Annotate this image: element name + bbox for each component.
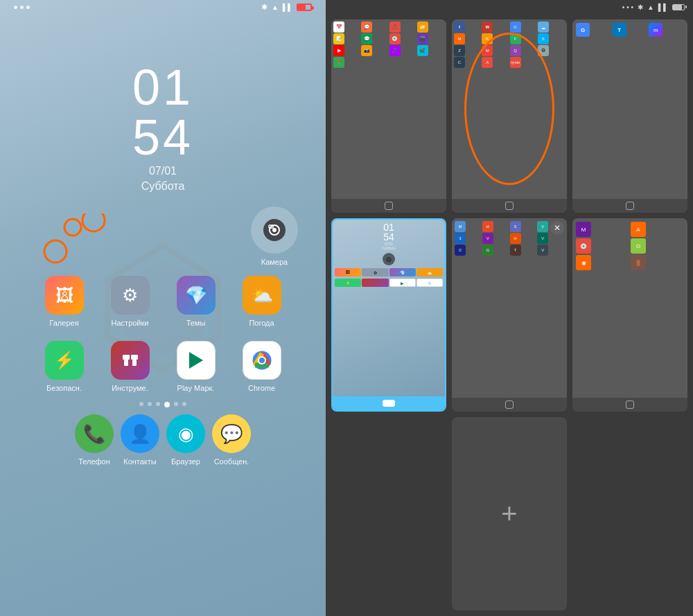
security-app[interactable]: ⚡ Безопасн. [35,341,94,392]
screen-3-footer [572,199,687,213]
svg-marker-13 [189,352,203,369]
status-dots [14,6,30,9]
dot-5 [182,402,186,406]
dot3 [26,6,30,9]
gallery-label: Галерея [49,319,78,327]
home-indicator-5 [505,401,514,409]
settings-icon: ⚙ [111,276,150,315]
screen-4-footer [333,396,445,410]
home-indicator-6 [626,401,634,409]
chrome-app[interactable]: Chrome [232,341,291,392]
orange-circles-decoration [35,213,118,276]
screen-2-footer [452,199,567,213]
screen-thumb-6[interactable]: M A 💿 O ◉ 🚪 [572,218,687,412]
dot1 [14,6,17,9]
dock: 📞 Телефон 👤 Контакты ◉ Браузер 💬 Сообщен… [75,414,251,466]
chrome-icon [243,341,281,380]
svg-rect-12 [132,360,137,366]
messages-app[interactable]: 💬 Сообщен. [212,414,251,466]
dot-1 [148,402,152,406]
settings-app[interactable]: ⚙ Настройки [100,276,159,327]
screen-1-footer [331,199,446,213]
contacts-app[interactable]: 👤 Контакты [121,414,159,466]
svg-rect-10 [124,360,128,366]
weather-icon: ⛅ [243,276,281,315]
thumb-clock-time2: 54 [383,232,394,242]
contacts-label: Контакты [123,457,157,466]
screen-6-footer [572,398,687,412]
right-bluetooth-icon: ✱ [638,3,643,11]
app-grid-row1: 🖼 Галерея ⚙ Настройки 💎 Темы ⛅ Погода [35,276,291,327]
clock-weekday: Суббота [132,180,193,193]
tools-app[interactable]: Инструме. [100,341,159,392]
camera-label: Камера [261,258,288,266]
dot-2 [156,402,160,406]
close-button-5[interactable]: ✕ [550,221,564,235]
gallery-icon: 🖼 [45,276,84,315]
clock-hours: 01 [132,62,193,112]
screen-5-footer [452,398,567,412]
left-panel: ✱ ▲ ▌▌ 01 54 07/01 Суббота [0,0,326,616]
screen-thumb-2[interactable]: f W G ☁ M K F S Z M Q ⚙ C A путии [452,19,567,213]
phone-icon: 📞 [75,414,114,453]
screen-6-content: M A 💿 O ◉ 🚪 [572,218,687,398]
clock-minutes: 54 [132,112,193,162]
right-signal-icon: ▌▌ [658,3,668,11]
clock-date: 07/01 [132,165,193,177]
browser-label: Браузер [171,457,200,466]
decoration-area: Камера [14,206,312,276]
page-dots [139,402,186,407]
camera-icon [251,206,298,254]
dot-3-active [164,402,170,407]
svg-rect-11 [131,355,138,360]
home-indicator-4 [383,400,395,407]
svg-point-3 [82,213,105,231]
screen-thumb-3[interactable]: G T m [572,19,687,213]
thumb-clock-time: 01 [383,222,394,232]
signal-icon: ▌▌ [283,3,292,11]
status-icons-right: ✱ ▲ ▌▌ [261,3,312,12]
dot2 [20,6,24,9]
clock: 01 54 07/01 Суббота [132,62,193,193]
playstore-label: Play Марк. [177,384,215,392]
thumb-camera: ◎ [383,253,395,265]
themes-app[interactable]: 💎 Темы [166,276,225,327]
messages-icon: 💬 [212,414,251,453]
home-indicator-1 [385,202,393,210]
app-grid-row2: ⚡ Безопасн. Инструме. Play Марк. [35,341,291,392]
add-screen-icon: + [501,498,517,529]
dot-4 [174,402,178,406]
wifi-icon: ▲ [272,3,279,11]
browser-app[interactable]: ◉ Браузер [166,414,205,466]
add-screen-button[interactable]: + [452,417,567,610]
weather-app[interactable]: ⛅ Погода [232,276,291,327]
screen-thumb-1[interactable]: 📅 💬 🎵 📁 📝 💬 💿 🎬 ▶ 📷 🎵 📹 📍 [331,19,446,213]
left-panel-inner: 01 54 07/01 Суббота [14,28,312,466]
right-battery-fill [673,5,682,10]
gallery-app[interactable]: 🖼 Галерея [35,276,94,327]
playstore-app[interactable]: Play Марк. [166,341,225,392]
screens-grid: 📅 💬 🎵 📁 📝 💬 💿 🎬 ▶ 📷 🎵 📹 📍 [326,14,693,616]
chrome-label: Chrome [248,384,275,392]
screen-thumb-4-active[interactable]: 01 54 07/01 Суббота ◎ 🖼 ⚙ 💎 ⛅ ⚡ [331,218,446,412]
screen-thumb-5[interactable]: ✕ M H S V 3 V H V D G T V [452,218,567,412]
bluetooth-icon: ✱ [261,3,267,12]
battery-fill [298,5,306,10]
settings-label: Настройки [112,319,149,327]
screen-4-content: 01 54 07/01 Суббота ◎ 🖼 ⚙ 💎 ⛅ ⚡ [333,220,445,396]
svg-point-17 [259,358,265,363]
messages-label: Сообщен. [214,457,249,466]
dot-0 [139,402,143,406]
right-panel: • • • ✱ ▲ ▌▌ 📅 💬 🎵 📁 📝 💬 💿 🎬 ▶ [326,0,693,616]
svg-point-4 [44,240,67,263]
weather-label: Погода [249,319,274,327]
security-label: Безопасн. [46,384,82,392]
phone-app[interactable]: 📞 Телефон [75,414,114,466]
home-indicator-2 [505,202,514,210]
themes-label: Темы [186,319,206,327]
right-status-bar: • • • ✱ ▲ ▌▌ [326,0,693,14]
camera-app[interactable]: Камера [251,206,298,266]
themes-icon: 💎 [177,276,216,315]
right-wifi-icon: ▲ [647,3,654,11]
battery-icon [297,3,312,11]
